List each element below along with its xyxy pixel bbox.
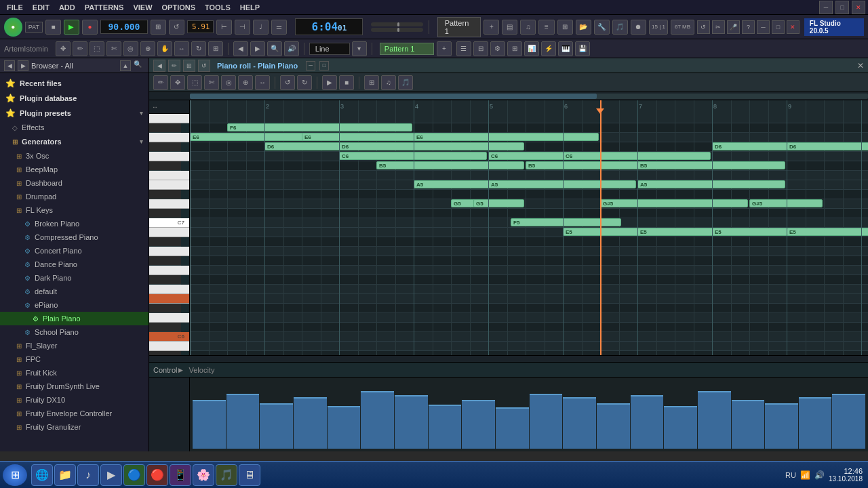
undo-icon[interactable]: ↺ (697, 20, 710, 34)
note-grid[interactable]: 23456789E6F6D6E6D6C6B5E6A5G5G5C6A5F5B5C6… (190, 100, 868, 355)
pr-erase-tool[interactable]: ⬚ (187, 75, 202, 90)
sidebar-plain-piano[interactable]: ⚙ Plain Piano (0, 312, 149, 325)
pr-draw-tool[interactable]: ✏ (153, 75, 168, 90)
sidebar-dance-piano[interactable]: ⚙ Dance Piano (0, 258, 149, 271)
sidebar-concert-piano[interactable]: ⚙ Concert Piano (0, 244, 149, 258)
taskbar-media[interactable]: ♪ (77, 464, 99, 486)
tool-volume[interactable]: 🔊 (284, 41, 299, 56)
note[interactable]: C6 (563, 152, 711, 160)
taskbar-viber[interactable]: 📱 (170, 464, 191, 486)
tool-erase[interactable]: ⬚ (90, 41, 104, 56)
tool-zoom2[interactable]: 🔍 (267, 41, 282, 56)
velocity-bar[interactable] (563, 397, 596, 449)
velocity-bar[interactable] (496, 407, 529, 449)
close-win-icon[interactable]: ✕ (787, 20, 800, 34)
menu-help[interactable]: HELP (236, 2, 264, 13)
sidebar-fpc[interactable]: ⊞ FPC (0, 352, 149, 366)
taskbar-fl[interactable]: 🎵 (216, 464, 237, 486)
note[interactable]: C6 (339, 152, 487, 160)
pr-zoom-tool[interactable]: ⊕ (238, 75, 253, 90)
logo-knob[interactable]: ● (4, 18, 22, 37)
bpm-display[interactable]: 90.000 (100, 20, 148, 34)
pr-undo-btn[interactable]: ↺ (280, 75, 295, 90)
pr-tool1[interactable]: ✏ (168, 60, 180, 72)
pattern-plus[interactable]: + (437, 41, 452, 56)
note[interactable]: B5 (637, 161, 785, 169)
help-icon[interactable]: ? (742, 20, 755, 34)
tool-pencil[interactable]: ✏ (73, 41, 87, 56)
max-win-icon[interactable]: □ (772, 20, 785, 34)
metro-btn[interactable]: ♩ (253, 20, 269, 35)
taskbar-app1[interactable]: 🌸 (193, 464, 214, 486)
tool-repeat[interactable]: ↻ (191, 41, 206, 56)
record2-btn[interactable]: ⏺ (631, 20, 646, 35)
tool-select[interactable]: ✥ (56, 41, 71, 56)
velocity-bar[interactable] (799, 397, 832, 449)
sidebar-fruity-dx10[interactable]: ⊞ Fruity DX10 (0, 393, 149, 407)
menu-options[interactable]: OPTIONS (158, 2, 200, 13)
snap-btn[interactable]: ⊞ (151, 20, 166, 35)
menu-view[interactable]: VIEW (129, 2, 156, 13)
velocity-bar[interactable] (765, 403, 798, 449)
gen-view-btn[interactable]: ⚙ (490, 41, 505, 56)
sidebar-plugin-presets[interactable]: ⭐ Plugin presets ▾ (0, 106, 149, 121)
play-button[interactable]: ▶ (64, 20, 79, 35)
browser-back-btn[interactable]: ◀ (4, 60, 15, 71)
start-button[interactable]: ⊞ (3, 464, 27, 486)
velocity-bar[interactable] (530, 394, 563, 449)
sidebar-fruit-kick[interactable]: ⊞ Fruit Kick (0, 366, 149, 380)
sidebar-drumpad[interactable]: ⊞ Drumpad (0, 190, 149, 203)
velocity-grid[interactable] (190, 378, 868, 451)
velocity-bar[interactable] (832, 394, 865, 449)
pr-minimize[interactable]: ─ (306, 61, 315, 70)
sidebar-fruity-drumsynth[interactable]: ⊞ Fruity DrumSynth Live (0, 380, 149, 393)
note[interactable]: F6 (227, 123, 412, 131)
channel-rack-btn[interactable]: ☰ (456, 41, 471, 56)
velocity-bar[interactable] (361, 391, 394, 449)
note[interactable]: G5 (473, 199, 524, 207)
velocity-bar[interactable] (294, 397, 327, 449)
taskbar-player[interactable]: ▶ (100, 464, 122, 486)
playlist-btn[interactable]: ▤ (502, 20, 517, 35)
sampler-btn[interactable]: 🎵 (612, 20, 628, 35)
min-win-icon[interactable]: ─ (757, 20, 770, 34)
ram-btn[interactable]: 67 MB (671, 20, 694, 35)
pr-select-tool[interactable]: ✥ (170, 75, 185, 90)
gen-show-btn[interactable]: 🔧 (594, 20, 610, 35)
seq-view-btn[interactable]: ⊞ (507, 41, 522, 56)
pr-flip-tool[interactable]: ↔ (255, 75, 270, 90)
loop-btn[interactable]: ↺ (169, 20, 184, 35)
taskbar-app2[interactable]: 🖥 (239, 464, 260, 486)
note[interactable]: G#5 (600, 199, 748, 207)
velocity-bar[interactable] (395, 395, 428, 449)
browser-show-btn[interactable]: 📂 (576, 20, 591, 35)
tool-cut[interactable]: ✄ (106, 41, 121, 56)
menu-edit[interactable]: EDIT (28, 2, 54, 13)
punch-out-btn[interactable]: ⊣ (235, 20, 250, 35)
velocity-bar[interactable] (631, 395, 664, 449)
fx-btn[interactable]: ⚡ (541, 41, 556, 56)
browser-up-btn[interactable]: ▲ (120, 60, 131, 71)
note[interactable]: A5 (637, 180, 785, 188)
tool-mute[interactable]: ◎ (123, 41, 138, 56)
maximize-btn[interactable]: □ (835, 1, 849, 14)
velocity-bar[interactable] (260, 403, 293, 449)
sidebar-dashboard[interactable]: ⊞ Dashboard (0, 176, 149, 190)
velocity-bar[interactable] (664, 406, 697, 449)
note[interactable]: E5 (787, 228, 868, 236)
sidebar-school-piano[interactable]: ⚙ School Piano (0, 325, 149, 339)
velocity-bar[interactable] (193, 400, 226, 449)
record-button[interactable]: ● (82, 20, 98, 35)
cut-icon[interactable]: ✂ (712, 20, 725, 34)
sidebar-plugin-database[interactable]: ⭐ Plugin database (0, 91, 149, 106)
pr-quantize-btn[interactable]: ⊞ (364, 75, 379, 90)
h-scrollbar[interactable] (149, 92, 868, 100)
save-btn2[interactable]: 💾 (575, 41, 590, 56)
minimize-btn[interactable]: ─ (819, 1, 833, 14)
note-grid-scrollbar[interactable] (149, 355, 868, 362)
note[interactable]: D6 (339, 142, 524, 150)
close-btn[interactable]: ✕ (852, 1, 865, 14)
mic-icon[interactable]: 🎤 (727, 20, 740, 34)
tool-glue[interactable]: ⊞ (208, 41, 223, 56)
note[interactable]: F5 (511, 218, 621, 226)
